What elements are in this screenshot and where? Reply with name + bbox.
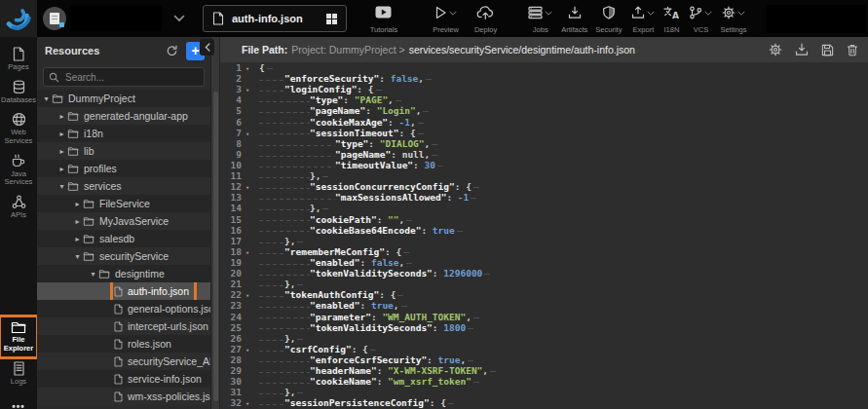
- chevron-down-icon[interactable]: [647, 11, 655, 17]
- tree-item-auth-info-json[interactable]: auth-info.json: [37, 282, 210, 300]
- code-line-11[interactable]: 11},: [220, 170, 868, 181]
- project-switcher[interactable]: [43, 6, 185, 31]
- line-number[interactable]: 19: [220, 257, 242, 268]
- sidebar-item-more[interactable]: •••: [0, 397, 37, 409]
- line-number[interactable]: 23: [220, 300, 242, 311]
- toolbar-i18n[interactable]: AI18N: [663, 6, 679, 34]
- line-number[interactable]: 31: [220, 387, 242, 397]
- line-number[interactable]: 3: [220, 84, 242, 94]
- chevron-down-icon[interactable]: [545, 11, 552, 17]
- line-number[interactable]: 6: [220, 117, 242, 128]
- line-number[interactable]: 22: [220, 289, 242, 300]
- caret-right-icon[interactable]: ▸: [72, 235, 83, 243]
- code-line-29[interactable]: 29"headerName": "X-WM-XSRF-TOKEN",: [220, 365, 868, 376]
- line-number[interactable]: 21: [220, 279, 242, 289]
- line-number[interactable]: 18: [220, 246, 242, 257]
- sidebar-item-java-services[interactable]: Java Services: [0, 150, 37, 191]
- toolbar-tutorials[interactable]: Tutorials: [370, 6, 397, 34]
- toolbar-security[interactable]: Security: [595, 6, 622, 34]
- caret-right-icon[interactable]: ▸: [57, 147, 67, 156]
- code-line-17[interactable]: 17},: [220, 236, 868, 246]
- open-file-tab[interactable]: auth-info.json: [203, 5, 347, 32]
- panel-scrollbar[interactable]: [213, 92, 218, 401]
- code-line-20[interactable]: 20"tokenValiditySeconds": 1296000: [220, 268, 868, 279]
- code-line-13[interactable]: 13"maxSessionsAllowed": -1: [220, 192, 868, 203]
- fold-marker-icon[interactable]: ▾: [242, 399, 253, 409]
- line-number[interactable]: 10: [220, 160, 242, 170]
- code-line-23[interactable]: 23"enabled": true,: [220, 300, 868, 311]
- line-number[interactable]: 24: [220, 312, 242, 322]
- toolbar-vcs[interactable]: VCS: [689, 6, 712, 34]
- code-line-1[interactable]: 1▾{: [220, 62, 868, 73]
- code-line-30[interactable]: 30"cookieName": "wm_xsrf_token": [220, 376, 868, 387]
- code-area[interactable]: 1▾{2"enforceSecurity": false,3▾"loginCon…: [220, 62, 868, 409]
- code-line-3[interactable]: 3▾"loginConfig": {: [220, 84, 868, 94]
- code-line-18[interactable]: 18▾"rememberMeConfig": {: [220, 246, 868, 257]
- code-line-9[interactable]: 9"pageName": null,: [220, 149, 868, 160]
- code-line-5[interactable]: 5"pageName": "Login",: [220, 105, 868, 116]
- line-number[interactable]: 29: [220, 365, 242, 376]
- caret-right-icon[interactable]: ▸: [57, 112, 67, 121]
- caret-down-icon[interactable]: ▾: [41, 94, 52, 103]
- tree-item-designtime[interactable]: ▾designtime: [37, 265, 210, 282]
- toolbar-export[interactable]: Export: [631, 6, 655, 34]
- sidebar-item-pages[interactable]: Pages: [0, 43, 37, 76]
- tree-item-services[interactable]: ▾services: [37, 177, 210, 195]
- tree-item-dummyproject[interactable]: ▾DummyProject: [37, 90, 210, 107]
- tree-item-lib[interactable]: ▸lib: [37, 142, 210, 160]
- editor-delete-button[interactable]: [847, 44, 858, 56]
- sidebar-item-apis[interactable]: APIs: [0, 191, 37, 224]
- sidebar-item-databases[interactable]: Databases: [0, 76, 37, 109]
- code-line-22[interactable]: 22▾"tokenAuthConfig": {: [220, 289, 868, 300]
- code-line-25[interactable]: 25"tokenValiditySeconds": 1800: [220, 322, 868, 333]
- line-number[interactable]: 25: [220, 322, 242, 333]
- chevron-down-icon[interactable]: [449, 11, 457, 17]
- caret-right-icon[interactable]: ▸: [72, 217, 83, 226]
- tree-item-intercept-urls-json[interactable]: intercept-urls.json: [37, 317, 210, 335]
- line-number[interactable]: 4: [220, 94, 242, 105]
- line-number[interactable]: 27: [220, 344, 242, 354]
- code-line-10[interactable]: 10"timeoutValue": 30: [220, 160, 868, 170]
- search-input[interactable]: [43, 67, 205, 87]
- code-line-7[interactable]: 7▾"sessionTimeout": {: [220, 128, 868, 138]
- sidebar-item-file-explorer[interactable]: File Explorer: [0, 316, 37, 356]
- tree-item-profiles[interactable]: ▸profiles: [37, 160, 210, 177]
- toolbar-preview[interactable]: Preview: [433, 6, 459, 34]
- line-number[interactable]: 7: [220, 128, 242, 138]
- sidebar-item-logs[interactable]: Logs: [0, 357, 37, 390]
- tree-item-securityservice-api-json[interactable]: securityService_API.json: [37, 353, 210, 370]
- caret-right-icon[interactable]: ▸: [57, 130, 67, 138]
- line-number[interactable]: 20: [220, 268, 242, 279]
- line-number[interactable]: 8: [220, 138, 242, 149]
- code-line-15[interactable]: 15"cookiePath": "",: [220, 214, 868, 225]
- toolbar-artifacts[interactable]: Artifacts: [561, 6, 587, 34]
- code-line-26[interactable]: 26},: [220, 333, 868, 344]
- tree-item-wm-xss-policies-json[interactable]: wm-xss-policies.json: [37, 388, 210, 405]
- tree-item-general-options-json[interactable]: general-options.json: [37, 300, 210, 317]
- tree-item-roles-json[interactable]: roles.json: [37, 335, 210, 353]
- code-line-6[interactable]: 6"cookieMaxAge": -1,: [220, 117, 868, 128]
- code-line-28[interactable]: 28"enforceCsrfSecurity": true,: [220, 354, 868, 365]
- caret-right-icon[interactable]: ▸: [57, 165, 67, 173]
- line-number[interactable]: 30: [220, 376, 242, 387]
- panel-resizer[interactable]: [210, 37, 220, 409]
- editor-settings-button[interactable]: [769, 43, 782, 56]
- line-number[interactable]: 17: [220, 236, 242, 246]
- chevron-down-icon[interactable]: [737, 11, 745, 17]
- line-number[interactable]: 9: [220, 149, 242, 160]
- tree-item-salesdb[interactable]: ▸salesdb: [37, 230, 210, 247]
- chevron-down-icon[interactable]: [173, 15, 185, 22]
- caret-right-icon[interactable]: ▸: [72, 200, 83, 208]
- tree-item-fileservice[interactable]: ▸FileService: [37, 195, 210, 212]
- code-line-8[interactable]: 8"type": "DIALOG",: [220, 138, 868, 149]
- line-number[interactable]: 13: [220, 192, 242, 203]
- app-logo[interactable]: [0, 0, 37, 37]
- code-line-21[interactable]: 21},: [220, 279, 868, 289]
- editor-download-button[interactable]: [795, 43, 809, 56]
- tree-item-generated-angular-app[interactable]: ▸generated-angular-app: [37, 107, 210, 125]
- code-line-32[interactable]: 32▾"sessionPersistenceConfig": {: [220, 397, 868, 408]
- toolbar-deploy[interactable]: Deploy: [474, 6, 497, 34]
- code-line-2[interactable]: 2"enforceSecurity": false,: [220, 73, 868, 84]
- line-number[interactable]: 28: [220, 354, 242, 365]
- tree-item-service-info-json[interactable]: service-info.json: [37, 370, 210, 388]
